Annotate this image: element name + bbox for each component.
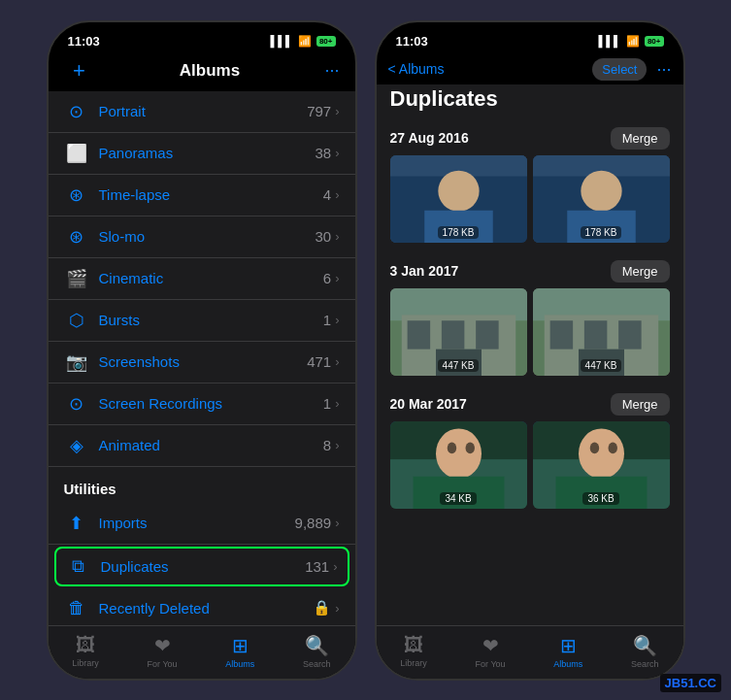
dup-group-header-1: 3 Jan 2017 Merge bbox=[377, 252, 683, 288]
album-item-recently-deleted[interactable]: 🗑 Recently Deleted 🔒 › bbox=[49, 588, 355, 625]
tab-albums-right[interactable]: ⊞ Albums bbox=[553, 634, 582, 669]
dup-photo-1-1: 447 KB bbox=[533, 288, 670, 376]
tab-bar-right: 🖼 Library ❤ For You ⊞ Albums 🔍 Search bbox=[377, 625, 683, 679]
albums-tab-label-left: Albums bbox=[225, 659, 254, 669]
album-item-screen-recordings[interactable]: ⊙ Screen Recordings 1 › bbox=[49, 383, 355, 425]
screen-recordings-icon: ⊙ bbox=[64, 393, 89, 415]
screen-recordings-chevron: › bbox=[335, 396, 339, 411]
imports-count: 9,889 bbox=[295, 515, 332, 531]
dup-group-1: 3 Jan 2017 Merge bbox=[377, 252, 683, 385]
album-item-animated[interactable]: ◈ Animated 8 › bbox=[49, 425, 355, 467]
svg-point-6 bbox=[581, 170, 621, 211]
screen-recordings-count: 1 bbox=[323, 395, 331, 412]
album-item-screenshots[interactable]: 📷 Screenshots 471 › bbox=[49, 342, 355, 383]
battery-left: 80+ bbox=[316, 36, 336, 47]
library-tab-icon-left: 🖼 bbox=[76, 634, 95, 656]
slomo-count: 30 bbox=[315, 228, 331, 245]
imports-label: Imports bbox=[99, 515, 295, 531]
search-tab-icon-right: 🔍 bbox=[633, 634, 657, 657]
foryou-tab-icon-right: ❤ bbox=[482, 634, 499, 657]
foryou-tab-label-right: For You bbox=[476, 659, 506, 669]
album-item-portrait[interactable]: ⊙ Portrait 797 › bbox=[49, 91, 355, 133]
dup-group-header-2: 20 Mar 2017 Merge bbox=[377, 385, 683, 421]
album-item-cinematic[interactable]: 🎬 Cinematic 6 › bbox=[49, 258, 355, 300]
tab-foryou-left[interactable]: ❤ For You bbox=[148, 634, 178, 669]
add-button-left[interactable]: + bbox=[64, 58, 95, 83]
time-right: 11:03 bbox=[396, 34, 428, 49]
svg-point-2 bbox=[438, 170, 479, 211]
svg-rect-18 bbox=[549, 320, 573, 349]
cinematic-chevron: › bbox=[335, 271, 339, 285]
album-item-panoramas[interactable]: ⬜ Panoramas 38 › bbox=[49, 133, 355, 175]
duplicates-nav: < Albums Select ··· bbox=[377, 52, 683, 84]
signal-icon-right: ▌▌▌ bbox=[599, 35, 621, 47]
phone-notch-left bbox=[144, 22, 260, 50]
select-button[interactable]: Select bbox=[592, 58, 647, 81]
dup-date-1: 3 Jan 2017 bbox=[390, 263, 459, 279]
dup-photo-size-1-0: 447 KB bbox=[438, 359, 480, 372]
search-tab-icon-left: 🔍 bbox=[305, 634, 329, 657]
albums-tab-icon-right: ⊞ bbox=[560, 634, 577, 657]
album-item-timelapse[interactable]: ⊛ Time-lapse 4 › bbox=[49, 175, 355, 217]
time-left: 11:03 bbox=[68, 34, 100, 49]
tab-search-left[interactable]: 🔍 Search bbox=[303, 634, 331, 669]
screen-recordings-label: Screen Recordings bbox=[99, 395, 323, 412]
album-list: ⊙ Portrait 797 › ⬜ Panoramas 38 › ⊛ Time… bbox=[49, 91, 355, 625]
portrait-count: 797 bbox=[307, 103, 331, 119]
animated-label: Animated bbox=[99, 437, 323, 453]
slomo-chevron: › bbox=[335, 229, 339, 244]
dup-photo-size-2-0: 34 KB bbox=[440, 492, 476, 505]
tab-foryou-right[interactable]: ❤ For You bbox=[476, 634, 506, 669]
dup-group-header-0: 27 Aug 2016 Merge bbox=[377, 119, 683, 155]
more-button-right[interactable]: ··· bbox=[656, 59, 671, 80]
album-item-imports[interactable]: ⬆ Imports 9,889 › bbox=[49, 503, 355, 545]
duplicates-content: 27 Aug 2016 Merge 178 KB bbox=[377, 119, 683, 625]
back-button[interactable]: < Albums bbox=[388, 61, 445, 77]
recently-deleted-label: Recently Deleted bbox=[99, 600, 314, 617]
tab-library-left[interactable]: 🖼 Library bbox=[72, 634, 99, 668]
panoramas-icon: ⬜ bbox=[64, 143, 89, 164]
tab-library-right[interactable]: 🖼 Library bbox=[400, 634, 427, 668]
panoramas-chevron: › bbox=[335, 146, 339, 160]
merge-button-1[interactable]: Merge bbox=[611, 260, 670, 283]
duplicates-page-title: Duplicates bbox=[377, 84, 683, 119]
slomo-label: Slo-mo bbox=[99, 228, 316, 245]
library-tab-icon-right: 🖼 bbox=[404, 634, 423, 656]
merge-button-2[interactable]: Merge bbox=[611, 393, 670, 416]
status-icons-right: ▌▌▌ 📶 80+ bbox=[599, 35, 664, 48]
timelapse-chevron: › bbox=[335, 187, 339, 202]
phone-notch-right bbox=[472, 22, 588, 50]
right-phone-screen: Duplicates 27 Aug 2016 Merge bbox=[377, 84, 683, 679]
svg-rect-19 bbox=[583, 320, 607, 349]
search-tab-label-left: Search bbox=[303, 659, 331, 669]
left-phone-screen: ⊙ Portrait 797 › ⬜ Panoramas 38 › ⊛ Time… bbox=[49, 91, 355, 679]
cinematic-label: Cinematic bbox=[99, 270, 323, 286]
albums-tab-label-right: Albums bbox=[553, 659, 582, 669]
dup-photo-size-1-1: 447 KB bbox=[581, 359, 622, 372]
more-button-left[interactable]: ··· bbox=[324, 60, 339, 81]
svg-point-27 bbox=[465, 442, 474, 453]
tab-search-right[interactable]: 🔍 Search bbox=[631, 634, 659, 669]
panoramas-count: 38 bbox=[315, 145, 331, 161]
merge-button-0[interactable]: Merge bbox=[611, 127, 670, 150]
cinematic-icon: 🎬 bbox=[64, 268, 89, 289]
album-item-duplicates[interactable]: ⧉ Duplicates 131 › bbox=[54, 547, 349, 586]
battery-right: 80+ bbox=[645, 36, 664, 47]
dup-photos-1: 447 KB 447 bbox=[377, 288, 683, 385]
albums-tab-icon-left: ⊞ bbox=[232, 634, 249, 657]
album-item-bursts[interactable]: ⬡ Bursts 1 › bbox=[49, 300, 355, 342]
dup-photo-size-2-1: 36 KB bbox=[582, 492, 618, 505]
dup-photo-2-1: 36 KB bbox=[533, 421, 670, 509]
album-item-slomo[interactable]: ⊛ Slo-mo 30 › bbox=[49, 217, 355, 258]
dup-date-0: 27 Aug 2016 bbox=[390, 130, 469, 146]
svg-rect-12 bbox=[441, 320, 464, 349]
status-icons-left: ▌▌▌ 📶 80+ bbox=[271, 35, 336, 48]
svg-rect-11 bbox=[407, 320, 430, 349]
recently-deleted-chevron: › bbox=[335, 601, 339, 616]
foryou-tab-icon-left: ❤ bbox=[154, 634, 171, 657]
svg-rect-20 bbox=[618, 320, 642, 349]
tab-albums-left[interactable]: ⊞ Albums bbox=[225, 634, 254, 669]
right-phone: 11:03 ▌▌▌ 📶 80+ < Albums Select ··· Dupl… bbox=[375, 20, 685, 681]
dup-photo-size-0-0: 178 KB bbox=[438, 226, 480, 239]
nav-right-buttons: Select ··· bbox=[592, 58, 671, 81]
